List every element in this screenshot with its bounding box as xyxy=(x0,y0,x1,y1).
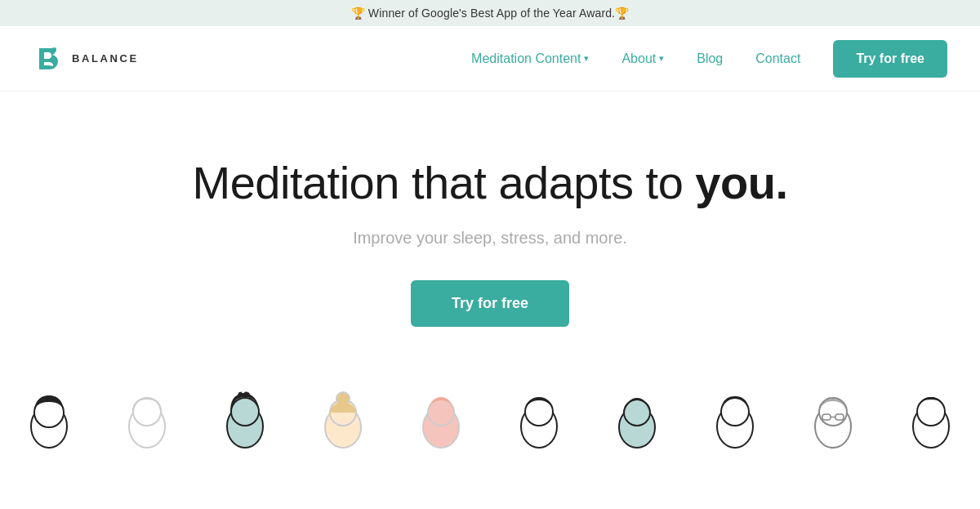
hero-cta-button[interactable]: Try for free xyxy=(411,280,569,327)
nav-item-contact[interactable]: Contact xyxy=(742,45,813,73)
avatar-1 xyxy=(0,384,98,458)
avatars-row xyxy=(0,376,980,458)
hero-title-normal: Meditation that adapts to xyxy=(193,157,696,208)
hero-section: Meditation that adapts to you. Improve y… xyxy=(0,92,980,376)
navbar: BALANCE Meditation Content ▾ About ▾ Blo… xyxy=(0,26,980,92)
logo-link[interactable]: BALANCE xyxy=(33,43,139,74)
nav-item-blog[interactable]: Blog xyxy=(684,45,736,73)
avatar-5 xyxy=(392,384,490,458)
avatar-6 xyxy=(490,384,588,458)
top-banner: 🏆 Winner of Google's Best App of the Yea… xyxy=(0,0,980,26)
avatar-7 xyxy=(588,384,686,458)
hero-title: Meditation that adapts to you. xyxy=(193,157,788,209)
chevron-down-icon: ▾ xyxy=(659,53,664,64)
hero-title-bold: you. xyxy=(695,157,787,208)
nav-label-contact: Contact xyxy=(755,51,800,66)
avatar-9 xyxy=(784,384,882,458)
nav-cta-button[interactable]: Try for free xyxy=(833,40,947,78)
hero-subtitle: Improve your sleep, stress, and more. xyxy=(353,229,627,248)
svg-point-16 xyxy=(721,398,749,426)
svg-point-18 xyxy=(819,398,847,426)
avatar-2 xyxy=(98,384,196,458)
nav-label-blog: Blog xyxy=(697,51,723,66)
chevron-down-icon: ▾ xyxy=(584,53,589,64)
logo-text: BALANCE xyxy=(72,52,139,65)
nav-label-about: About xyxy=(621,51,656,66)
logo-icon xyxy=(33,43,64,74)
svg-point-5 xyxy=(231,398,259,426)
nav-links: Meditation Content ▾ About ▾ Blog Contac… xyxy=(458,40,947,78)
nav-item-about[interactable]: About ▾ xyxy=(608,45,677,73)
avatar-8 xyxy=(686,384,784,458)
nav-label-meditation: Meditation Content xyxy=(471,51,581,66)
nav-item-meditation-content[interactable]: Meditation Content ▾ xyxy=(458,45,602,73)
avatar-10 xyxy=(882,384,980,458)
avatar-3 xyxy=(196,384,294,458)
avatar-4 xyxy=(294,384,392,458)
banner-text: 🏆 Winner of Google's Best App of the Yea… xyxy=(351,7,630,20)
